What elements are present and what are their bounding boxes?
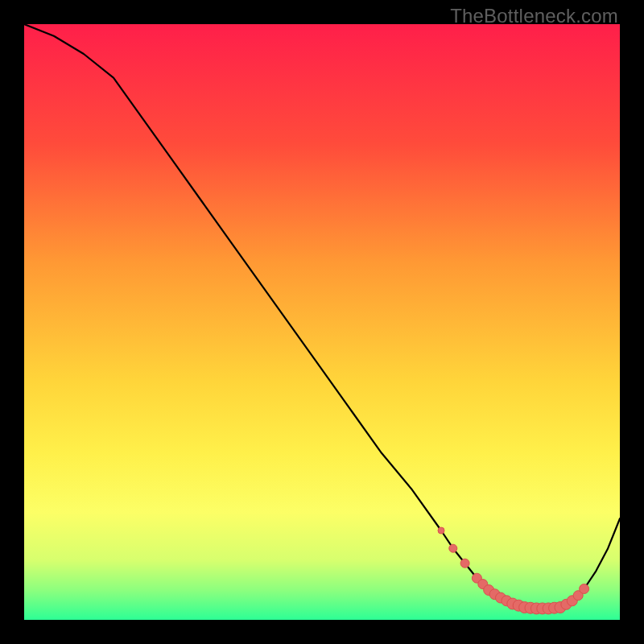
chart-frame xyxy=(24,24,620,620)
heat-background xyxy=(24,24,620,620)
optimal-point xyxy=(449,544,457,552)
optimal-point xyxy=(438,527,444,534)
bottleneck-chart xyxy=(24,24,620,620)
optimal-point xyxy=(580,584,589,594)
optimal-point xyxy=(460,559,469,568)
